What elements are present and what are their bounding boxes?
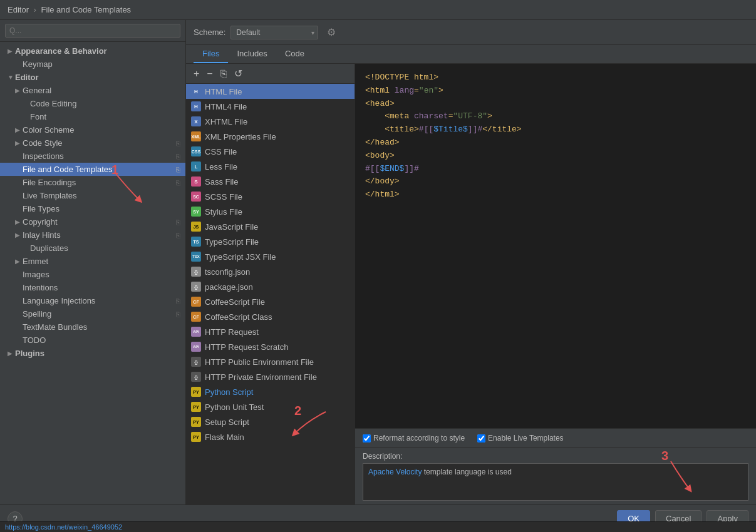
file-item-label: HTTP Request [205, 327, 259, 337]
sidebar-item-live-templates[interactable]: Live Templates [0, 189, 185, 202]
file-item[interactable]: L Less File [186, 159, 355, 174]
sidebar-item-label: Code Editing [30, 99, 76, 108]
tab-code[interactable]: Code [276, 45, 313, 63]
sidebar-item-label: Images [23, 270, 49, 279]
code-line: <meta charset="UTF-8"> [365, 110, 746, 123]
enable-live-templates-checkbox-wrap[interactable]: Enable Live Templates [477, 434, 564, 442]
reformat-checkbox[interactable] [363, 434, 371, 442]
copy-icon: ⎘ [176, 218, 180, 226]
file-item[interactable]: CF CoffeeScript File [186, 294, 355, 309]
sidebar-item-file-types[interactable]: File Types [0, 202, 185, 215]
file-item[interactable]: SY Stylus File [186, 204, 355, 219]
breadcrumb: Editor › File and Code Templates [8, 5, 131, 14]
sidebar-item-inspections[interactable]: Inspections ⎘ [0, 150, 185, 163]
file-item[interactable]: SC SCSS File [186, 189, 355, 204]
sidebar-item-label: Plugins [15, 349, 44, 358]
file-item[interactable]: H HTML File [186, 84, 355, 99]
file-item[interactable]: {} package.json [186, 279, 355, 294]
file-item[interactable]: S Sass File [186, 174, 355, 189]
description-box[interactable]: Apache Velocity template language is use… [363, 463, 748, 501]
file-item[interactable]: {} HTTP Private Environment File [186, 369, 355, 384]
file-item[interactable]: API HTTP Request Scratch [186, 339, 355, 354]
file-item[interactable]: PY Python Script [186, 384, 355, 399]
file-item[interactable]: X XHTML File [186, 114, 355, 129]
enable-live-templates-checkbox[interactable] [477, 434, 485, 442]
search-input[interactable] [5, 24, 180, 38]
sidebar-item-language-injections[interactable]: Language Injections ⎘ [0, 294, 185, 307]
file-item-label: JavaScript File [205, 222, 258, 232]
tab-files[interactable]: Files [194, 45, 228, 63]
sidebar-item-code-editing[interactable]: Code Editing [0, 97, 185, 110]
sidebar-item-intentions[interactable]: Intentions [0, 281, 185, 294]
search-box[interactable] [0, 20, 185, 42]
file-item[interactable]: TS TypeScript File [186, 234, 355, 249]
add-template-button[interactable]: + [191, 67, 202, 81]
sidebar-item-images[interactable]: Images [0, 268, 185, 281]
sidebar-item-editor[interactable]: ▼ Editor [0, 71, 185, 84]
expand-arrow-icon: ▶ [8, 48, 15, 54]
split-pane: + − ⎘ ↺ H HTML File H HTML4 File [186, 64, 756, 504]
sidebar-item-copyright[interactable]: ▶ Copyright ⎘ [0, 215, 185, 228]
scheme-select[interactable]: Default Project [230, 26, 318, 39]
file-item-label: CSS File [205, 147, 237, 156]
sidebar-item-label: TextMate Bundles [23, 322, 87, 332]
file-type-icon: JS [191, 222, 201, 232]
expand-arrow-icon: ▼ [8, 74, 15, 81]
file-item[interactable]: H HTML4 File [186, 99, 355, 114]
scheme-label: Scheme: [194, 28, 225, 37]
file-item[interactable]: PY Setup Script [186, 414, 355, 429]
reset-template-button[interactable]: ↺ [232, 66, 245, 81]
code-editor[interactable]: <!DOCTYPE html> <html lang="en"> <head> … [355, 64, 756, 428]
file-item-label: Python Script [205, 387, 253, 397]
file-item[interactable]: CSS CSS File [186, 144, 355, 159]
copy-template-button[interactable]: ⎘ [218, 67, 229, 81]
description-section: Description: Apache Velocity template la… [355, 448, 756, 504]
remove-template-button[interactable]: − [204, 67, 215, 81]
url-text: https://blog.csdn.net/weixin_46649052 [5, 523, 122, 531]
tabs-bar: Files Includes Code [186, 45, 756, 64]
sidebar-item-appearance[interactable]: ▶ Appearance & Behavior [0, 44, 185, 58]
file-item-label: HTTP Request Scratch [205, 342, 288, 352]
sidebar-item-plugins[interactable]: ▶ Plugins [0, 347, 185, 360]
file-item[interactable]: PY Flask Main [186, 429, 355, 444]
expand-arrow-icon: ▶ [15, 126, 23, 133]
sidebar-item-file-encodings[interactable]: File Encodings ⎘ [0, 176, 185, 189]
sidebar-item-file-and-code-templates[interactable]: File and Code Templates ⎘ [0, 163, 185, 176]
sidebar-item-emmet[interactable]: ▶ Emmet [0, 255, 185, 268]
sidebar-item-todo[interactable]: TODO [0, 334, 185, 347]
description-label: Description: [363, 452, 748, 461]
sidebar-item-general[interactable]: ▶ General [0, 84, 185, 97]
breadcrumb-separator: › [34, 5, 39, 14]
sidebar-item-textmate-bundles[interactable]: TextMate Bundles [0, 320, 185, 334]
file-item[interactable]: XML XML Properties File [186, 129, 355, 144]
sidebar-item-font[interactable]: Font [0, 110, 185, 123]
tab-includes[interactable]: Includes [228, 45, 276, 63]
sidebar-item-inlay-hints[interactable]: ▶ Inlay Hints ⎘ [0, 228, 185, 242]
sidebar-item-keymap[interactable]: Keymap [0, 58, 185, 71]
dialog-header: Editor › File and Code Templates [0, 0, 756, 20]
sidebar-item-label: Editor [15, 73, 39, 82]
file-item[interactable]: JS JavaScript File [186, 219, 355, 234]
file-type-icon: CSS [191, 146, 201, 156]
file-item[interactable]: {} tsconfig.json [186, 264, 355, 279]
copy-icon: ⎘ [176, 297, 180, 305]
file-item[interactable]: CF CoffeeScript Class [186, 309, 355, 324]
file-item[interactable]: {} HTTP Public Environment File [186, 354, 355, 369]
file-item[interactable]: API HTTP Request [186, 324, 355, 339]
reformat-checkbox-wrap[interactable]: Reformat according to style [363, 434, 465, 442]
gear-button[interactable]: ⚙ [323, 25, 339, 39]
apache-velocity-link[interactable]: Apache Velocity [368, 468, 422, 476]
file-type-icon: API [191, 342, 201, 352]
copy-icon: ⎘ [176, 310, 180, 318]
bottom-options: Reformat according to style Enable Live … [355, 428, 756, 448]
file-item[interactable]: PY Python Unit Test [186, 399, 355, 414]
sidebar-item-spelling[interactable]: Spelling ⎘ [0, 307, 185, 320]
sidebar-item-code-style[interactable]: ▶ Code Style ⎘ [0, 136, 185, 150]
file-item-label: Less File [205, 162, 237, 171]
code-line: </body> [365, 175, 746, 188]
sidebar-item-color-scheme[interactable]: ▶ Color Scheme [0, 123, 185, 136]
sidebar-item-label: File and Code Templates [23, 165, 113, 174]
file-item[interactable]: TSX TypeScript JSX File [186, 249, 355, 264]
sidebar-item-duplicates[interactable]: Duplicates [0, 242, 185, 255]
sidebar-item-label: Inlay Hints [23, 230, 61, 240]
